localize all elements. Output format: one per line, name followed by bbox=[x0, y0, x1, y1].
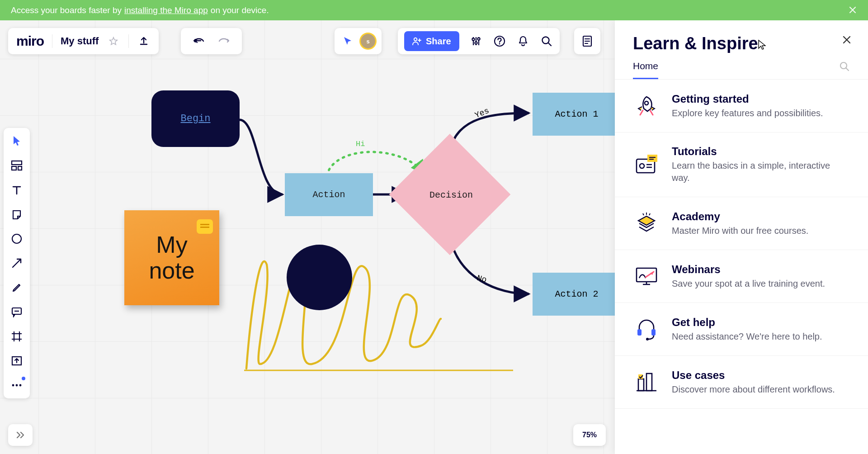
left-toolbar bbox=[4, 128, 30, 398]
share-button-label: Share bbox=[426, 36, 451, 47]
panel-item-title: Tutorials bbox=[672, 145, 850, 158]
svg-rect-10 bbox=[12, 166, 16, 170]
tool-templates[interactable] bbox=[9, 158, 24, 173]
svg-point-4 bbox=[477, 38, 480, 40]
install-app-link[interactable]: installing the Miro app bbox=[124, 5, 208, 15]
svg-rect-22 bbox=[647, 155, 657, 162]
node-action-2[interactable]: Action 2 bbox=[533, 273, 621, 316]
panel-item-desc: Save your spot at a live training event. bbox=[672, 278, 825, 290]
user-avatar[interactable]: s bbox=[361, 34, 375, 48]
panel-item-use-cases[interactable]: Use casesDiscover more about different w… bbox=[615, 356, 868, 409]
node-action-1[interactable]: Action 1 bbox=[533, 93, 621, 136]
svg-rect-9 bbox=[12, 161, 22, 165]
webinars-icon bbox=[633, 263, 660, 290]
activity-button[interactable] bbox=[574, 28, 600, 54]
redo-button[interactable] bbox=[217, 34, 231, 48]
chevrons-right-icon bbox=[15, 431, 25, 439]
svg-point-3 bbox=[475, 42, 477, 44]
presentation-cursor-button[interactable] bbox=[341, 34, 354, 48]
headset-icon bbox=[633, 316, 660, 343]
tool-arrow[interactable] bbox=[9, 255, 24, 271]
tool-comment[interactable] bbox=[9, 304, 24, 320]
panel-item-webinars[interactable]: WebinarsSave your spot at a live trainin… bbox=[615, 250, 868, 303]
notification-dot bbox=[22, 377, 25, 380]
sliders-icon bbox=[471, 36, 481, 47]
panel-tabs: Home bbox=[615, 53, 868, 80]
divider bbox=[52, 34, 52, 48]
help-button[interactable] bbox=[493, 34, 506, 48]
board-name[interactable]: My stuff bbox=[61, 35, 99, 47]
people-icon bbox=[412, 37, 422, 46]
panel-item-tutorials[interactable]: TutorialsLearn the basics in a simple, i… bbox=[615, 132, 868, 197]
tool-text[interactable] bbox=[9, 182, 24, 198]
banner-close-button[interactable] bbox=[848, 5, 857, 17]
divider bbox=[128, 34, 129, 48]
svg-rect-28 bbox=[646, 374, 652, 391]
svg-point-21 bbox=[640, 164, 644, 168]
pen-icon bbox=[11, 282, 22, 293]
sticky-comment-icon[interactable] bbox=[197, 219, 213, 234]
panel-item-getting-started[interactable]: Getting startedExplore key features and … bbox=[615, 80, 868, 132]
search-icon bbox=[541, 35, 552, 47]
tool-pen[interactable] bbox=[9, 280, 24, 295]
top-actions-bar: Share bbox=[398, 28, 560, 54]
tool-select[interactable] bbox=[9, 133, 24, 149]
banner-text-after: on your device. bbox=[211, 5, 269, 15]
frame-icon bbox=[11, 331, 23, 342]
zoom-value: 75% bbox=[582, 431, 597, 439]
undo-button[interactable] bbox=[192, 34, 206, 48]
more-icon bbox=[11, 383, 22, 387]
svg-point-6 bbox=[499, 43, 500, 45]
settings-button[interactable] bbox=[469, 34, 483, 48]
tool-sticky[interactable] bbox=[9, 207, 24, 222]
rocket-icon bbox=[633, 92, 660, 119]
svg-point-17 bbox=[19, 384, 22, 387]
arrow-icon bbox=[11, 257, 23, 269]
panel-close-button[interactable] bbox=[842, 35, 852, 47]
collab-bar: s bbox=[335, 28, 382, 54]
panel-title: Learn & Inspire bbox=[633, 34, 850, 53]
tool-shape[interactable] bbox=[9, 231, 24, 246]
pointer-icon bbox=[12, 135, 22, 147]
panel-item-desc: Need assistance? We're here to help. bbox=[672, 331, 822, 343]
sticky-note[interactable]: My note bbox=[124, 210, 219, 305]
sticky-note-line1: My bbox=[156, 232, 187, 258]
svg-point-15 bbox=[12, 384, 14, 387]
upload-icon bbox=[138, 36, 149, 47]
panel-item-desc: Learn the basics in a simple, interactiv… bbox=[672, 160, 850, 184]
academy-icon bbox=[633, 210, 660, 237]
edge-label-hi: Hi bbox=[356, 140, 365, 148]
miro-logo[interactable]: miro bbox=[16, 33, 44, 49]
usecases-icon bbox=[633, 369, 660, 396]
export-button[interactable] bbox=[137, 34, 151, 48]
freehand-circle[interactable] bbox=[287, 245, 352, 310]
node-action[interactable]: Action bbox=[285, 173, 373, 216]
tool-frame[interactable] bbox=[9, 329, 24, 344]
star-board-button[interactable] bbox=[107, 34, 120, 48]
panel-item-desc: Discover more about different workflows. bbox=[672, 383, 835, 396]
svg-rect-11 bbox=[18, 166, 22, 170]
search-button[interactable] bbox=[540, 34, 553, 48]
zoom-indicator[interactable]: 75% bbox=[573, 424, 606, 446]
panel-item-title: Academy bbox=[672, 210, 808, 223]
panel-search-button[interactable] bbox=[839, 61, 850, 74]
notifications-button[interactable] bbox=[516, 34, 530, 48]
tool-more[interactable] bbox=[9, 378, 24, 393]
svg-rect-23 bbox=[637, 268, 656, 282]
panel-item-title: Webinars bbox=[672, 263, 825, 276]
node-begin[interactable]: Begin bbox=[151, 90, 240, 147]
expand-toolbar-button[interactable] bbox=[8, 424, 33, 446]
cursor-icon bbox=[342, 36, 353, 47]
share-button[interactable]: Share bbox=[404, 31, 459, 51]
svg-point-12 bbox=[12, 234, 21, 243]
panel-item-academy[interactable]: AcademyMaster Miro with our free courses… bbox=[615, 197, 868, 250]
board-header: miro My stuff bbox=[8, 28, 159, 54]
tool-upload[interactable] bbox=[9, 353, 24, 369]
tab-home[interactable]: Home bbox=[633, 61, 658, 79]
tutorials-icon bbox=[633, 151, 660, 178]
svg-point-1 bbox=[414, 38, 417, 41]
svg-point-26 bbox=[646, 338, 649, 340]
panel-item-get-help[interactable]: Get helpNeed assistance? We're here to h… bbox=[615, 303, 868, 356]
svg-point-19 bbox=[645, 101, 648, 105]
banner-text-before: Access your boards faster by bbox=[11, 5, 122, 15]
